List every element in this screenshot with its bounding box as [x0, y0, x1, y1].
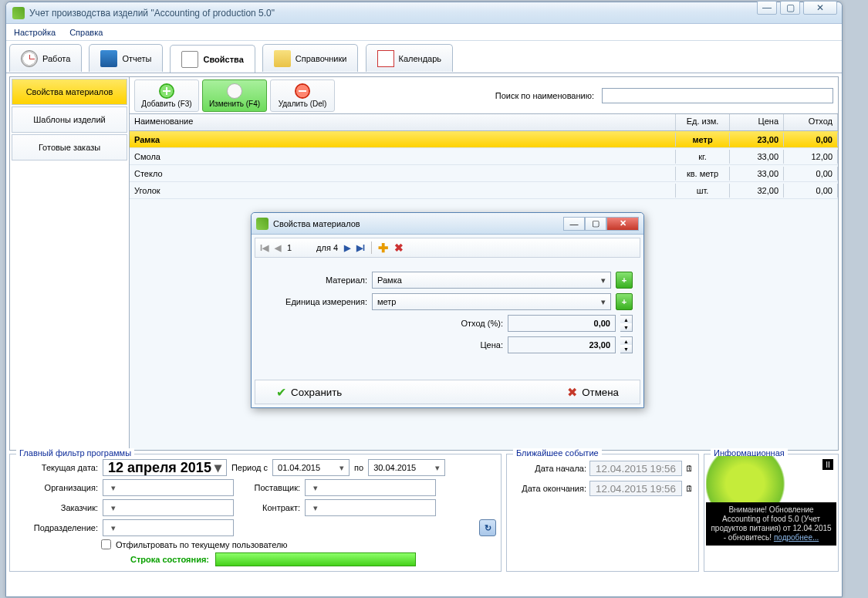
info-image: II [706, 456, 836, 502]
date-to-picker[interactable]: 30.04.2015 [368, 459, 445, 476]
minimize-button[interactable]: — [757, 1, 777, 15]
nav-first-button[interactable]: I◀ [260, 243, 269, 253]
menu-help[interactable]: Справка [69, 28, 103, 37]
main-tabs: Работа Отчеты Свойства Справочники Кален… [6, 41, 842, 73]
table-row[interactable]: Стеклокв. метр33,000,00 [130, 165, 838, 182]
org-select[interactable] [103, 479, 234, 496]
nav-add-button[interactable]: ✚ [378, 241, 388, 255]
event-start-value [589, 461, 682, 476]
table-row[interactable]: Рамкаметр23,000,00 [130, 131, 838, 148]
customer-select[interactable] [103, 499, 234, 516]
unit-select[interactable]: метр [372, 293, 611, 310]
tab-references[interactable]: Справочники [262, 44, 359, 72]
add-unit-button[interactable]: + [616, 293, 633, 310]
col-price[interactable]: Цена [730, 114, 784, 130]
search-label: Поиск по наименованию: [495, 91, 594, 100]
date-from-picker[interactable]: 01.04.2015 [272, 459, 350, 476]
tab-properties[interactable]: Свойства [170, 45, 255, 73]
check-icon: ✔ [276, 385, 286, 400]
nav-position: 1 [287, 243, 310, 252]
table-row[interactable]: Уголокшт.32,000,00 [130, 182, 838, 199]
material-label: Материал: [262, 275, 367, 285]
table-row[interactable]: Смолакг.33,0012,00 [130, 148, 838, 165]
toolbar: Добавить (F3) Изменить (F4) Удалить (Del… [130, 77, 838, 114]
close-icon: ✖ [567, 385, 577, 400]
filter-title: Главный фильтр программы [16, 448, 134, 458]
search-input[interactable] [602, 88, 833, 103]
col-name[interactable]: Наименование [130, 114, 676, 130]
event-end-label: Дата окончания: [512, 484, 586, 493]
dialog-navigator: I◀ ◀ 1 для 4 ▶ ▶I ✚ ✖ [255, 238, 640, 258]
dialog-minimize-button[interactable]: — [563, 217, 585, 231]
edit-icon [227, 83, 242, 99]
material-dialog: Свойства материалов — ▢ ✕ I◀ ◀ 1 для 4 ▶… [251, 212, 644, 408]
properties-icon [181, 51, 198, 68]
nav-prev-button[interactable]: ◀ [275, 243, 281, 253]
material-select[interactable]: Рамка [372, 272, 611, 289]
menu-settings[interactable]: Настройка [14, 28, 56, 37]
pause-button[interactable]: II [822, 459, 833, 470]
app-icon [256, 218, 269, 230]
supplier-select[interactable] [305, 479, 436, 496]
window-title: Учет производства изделий "Accounting of… [29, 8, 275, 19]
info-text: Внимание! Обновление Accounting of food … [706, 502, 836, 546]
col-unit[interactable]: Ед. изм. [676, 114, 730, 130]
references-icon [274, 50, 291, 67]
calendar-icon [377, 50, 394, 67]
cancel-button[interactable]: ✖Отмена [556, 383, 630, 401]
clock-icon [21, 50, 38, 67]
titlebar[interactable]: Учет производства изделий "Accounting of… [6, 2, 842, 24]
tab-calendar[interactable]: Календарь [366, 44, 454, 72]
price-spinner[interactable]: ▲▼ [620, 336, 633, 353]
calendar-icon[interactable]: 🗓 [685, 484, 694, 493]
add-material-button[interactable]: + [616, 272, 633, 289]
current-date-picker[interactable]: 12 апреля 2015 [103, 459, 227, 476]
minus-icon [295, 83, 310, 99]
tab-reports[interactable]: Отчеты [89, 44, 163, 72]
price-label: Цена: [480, 340, 503, 350]
dialog-titlebar[interactable]: Свойства материалов — ▢ ✕ [252, 213, 643, 235]
nav-delete-button[interactable]: ✖ [394, 242, 404, 254]
sidebar-item-templates[interactable]: Шаблоны изделий [12, 106, 127, 133]
info-link[interactable]: подробнее... [774, 533, 819, 542]
dialog-close-button[interactable]: ✕ [606, 217, 639, 231]
maximize-button[interactable]: ▢ [780, 1, 800, 15]
dept-select[interactable] [103, 519, 234, 536]
event-end-value [589, 481, 682, 496]
dialog-maximize-button[interactable]: ▢ [585, 217, 606, 231]
event-start-label: Дата начала: [512, 464, 586, 473]
waste-input[interactable]: 0,00 [508, 315, 616, 332]
filter-user-checkbox[interactable] [101, 539, 111, 549]
filter-user-label: Отфильтровать по текущему пользователю [116, 540, 288, 549]
col-waste[interactable]: Отход [784, 114, 838, 130]
sidebar-item-materials[interactable]: Свойства материалов [12, 79, 127, 105]
event-title: Ближайшее событие [513, 448, 602, 458]
current-date-label: Текущая дата: [15, 463, 98, 472]
sidebar-item-orders[interactable]: Готовые заказы [12, 134, 127, 160]
save-button[interactable]: ✔Сохранить [265, 383, 353, 401]
dept-label: Подразделение: [15, 523, 98, 532]
unit-label: Единица измерения: [262, 297, 367, 306]
delete-button[interactable]: Удалить (Del) [270, 79, 335, 112]
edit-button[interactable]: Изменить (F4) [202, 79, 267, 112]
close-button[interactable]: ✕ [803, 1, 837, 15]
waste-spinner[interactable]: ▲▼ [620, 315, 633, 332]
customer-label: Заказчик: [15, 503, 98, 512]
app-icon [12, 7, 25, 19]
org-label: Организация: [15, 483, 98, 492]
plus-icon [159, 83, 174, 99]
price-input[interactable]: 23,00 [508, 336, 616, 353]
nav-last-button[interactable]: ▶I [356, 243, 365, 253]
to-label: по [354, 463, 363, 472]
add-button[interactable]: Добавить (F3) [134, 79, 199, 112]
waste-label: Отход (%): [461, 319, 503, 328]
tab-work[interactable]: Работа [9, 44, 82, 72]
nav-total: для 4 [316, 243, 338, 252]
info-panel: Информационная II Внимание! Обновление A… [704, 454, 839, 572]
contract-select[interactable] [305, 499, 436, 516]
nav-next-button[interactable]: ▶ [344, 243, 350, 253]
calendar-icon[interactable]: 🗓 [685, 464, 694, 473]
refresh-button[interactable]: ↻ [479, 519, 496, 536]
menubar: Настройка Справка [6, 24, 842, 41]
period-label: Период с [231, 463, 268, 472]
